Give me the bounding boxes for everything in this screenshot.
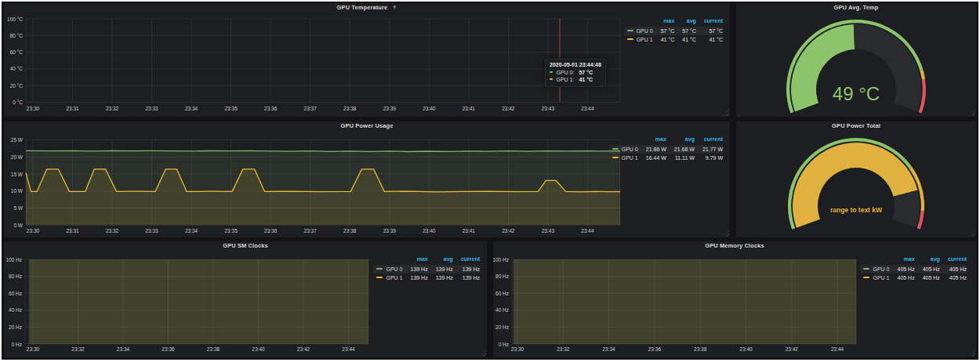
panel-gpu-sm-clocks: GPU SM Clocks 0 Hz20 Hz40 Hz60 Hz80 Hz10… xyxy=(4,241,487,357)
legend-value: 405 Hz xyxy=(890,265,915,274)
series-color-swatch xyxy=(612,148,619,150)
legend-header-avg[interactable]: avg xyxy=(428,255,453,265)
legend-value: 139 Hz xyxy=(453,273,480,283)
y-tick-label: 100 Hz xyxy=(493,257,509,262)
gpu-temperature-chart[interactable]: 0 °C20 °C40 °C60 °C80 °C100 °C23:3023:31… xyxy=(4,3,730,117)
gpu-power-total-gauge xyxy=(736,121,976,237)
legend-header-avg[interactable]: avg xyxy=(666,135,695,145)
x-tick-label: 23:30 xyxy=(511,346,524,352)
y-tick-label: 0 °C xyxy=(13,100,23,105)
panel-gpu-power-usage: GPU Power Usage 0 W5 W10 W15 W20 W25 W23… xyxy=(4,121,730,237)
y-tick-label: 40 Hz xyxy=(495,307,509,313)
legend-value: 405 Hz xyxy=(915,273,940,283)
x-tick-label: 23:40 xyxy=(739,346,753,352)
x-tick-label: 23:37 xyxy=(304,228,318,233)
legend-value: 139 Hz xyxy=(403,265,428,274)
y-tick-label: 20 Hz xyxy=(495,324,509,330)
x-tick-label: 23:43 xyxy=(542,228,555,233)
y-tick-label: 0 Hz xyxy=(12,342,22,347)
x-tick-label: 23:37 xyxy=(304,106,318,111)
x-tick-label: 23:44 xyxy=(581,228,594,233)
x-tick-label: 23:34 xyxy=(117,346,130,352)
legend-value: 21.77 W xyxy=(695,145,723,154)
x-tick-label: 23:38 xyxy=(343,106,357,111)
legend-header-current[interactable]: current xyxy=(695,135,723,145)
series-color-swatch xyxy=(612,157,619,158)
x-tick-label: 23:32 xyxy=(557,346,570,352)
legend-series-gpu1[interactable]: GPU 1 xyxy=(860,273,889,283)
legend-header-avg[interactable]: avg xyxy=(915,255,940,265)
x-tick-label: 23:42 xyxy=(297,346,310,352)
x-tick-label: 23:40 xyxy=(252,346,265,352)
x-tick-label: 23:35 xyxy=(225,106,238,111)
legend-series-gpu1[interactable]: GPU 1 xyxy=(373,273,402,283)
gauge-value-text: 49 °C xyxy=(736,85,976,103)
x-tick-label: 23:38 xyxy=(343,228,357,233)
y-tick-label: 25 W xyxy=(11,137,24,143)
legend-header-current[interactable]: current xyxy=(453,255,480,265)
x-tick-label: 23:30 xyxy=(27,346,40,352)
legend-header-max[interactable]: max xyxy=(403,255,428,265)
y-tick-label: 5 W xyxy=(13,205,23,211)
x-tick-label: 23:31 xyxy=(66,106,79,111)
panel-gpu-avg-temp: GPU Avg. Temp 49 °C xyxy=(736,3,976,117)
legend-header-current[interactable]: current xyxy=(940,255,967,265)
legend-header-current[interactable]: current xyxy=(696,16,723,27)
legend-header-max[interactable]: max xyxy=(890,255,915,265)
x-tick-label: 23:36 xyxy=(264,228,278,233)
y-tick-label: 20 Hz xyxy=(9,324,22,330)
x-tick-label: 23:43 xyxy=(542,106,555,111)
legend-series-gpu1[interactable]: GPU 1 xyxy=(609,154,638,163)
x-tick-label: 23:30 xyxy=(27,228,40,233)
legend-value: 21.86 W xyxy=(638,145,666,154)
panel-gpu-memory-clocks: GPU Memory Clocks 0 Hz20 Hz40 Hz60 Hz80 … xyxy=(493,241,976,357)
y-tick-label: 60 Hz xyxy=(9,291,22,296)
legend-value: 9.79 W xyxy=(695,154,723,163)
legend-header-avg[interactable]: avg xyxy=(674,16,696,27)
x-tick-label: 23:44 xyxy=(831,346,844,352)
y-tick-label: 100 °C xyxy=(7,16,23,22)
x-tick-label: 23:30 xyxy=(27,106,40,111)
legend-header-max[interactable]: max xyxy=(653,16,675,27)
x-tick-label: 23:44 xyxy=(581,106,594,111)
y-tick-label: 10 W xyxy=(11,188,24,194)
x-tick-label: 23:36 xyxy=(264,106,278,111)
y-tick-label: 40 °C xyxy=(10,66,24,71)
y-tick-label: 60 °C xyxy=(10,49,24,55)
panel-gpu-power-total: GPU Power Total range to text kW xyxy=(736,121,976,237)
x-tick-label: 23:36 xyxy=(648,346,662,352)
y-tick-label: 0 Hz xyxy=(499,342,509,347)
legend-series-gpu0[interactable]: GPU 0 xyxy=(624,27,653,36)
legend-value: 139 Hz xyxy=(428,273,453,283)
x-tick-label: 23:34 xyxy=(185,228,198,233)
legend-series-gpu0[interactable]: GPU 0 xyxy=(860,265,889,274)
y-tick-label: 100 Hz xyxy=(5,257,22,262)
series-color-swatch xyxy=(550,78,553,80)
series-color-swatch xyxy=(627,30,633,31)
x-tick-label: 23:33 xyxy=(145,228,158,233)
y-tick-label: 20 °C xyxy=(10,83,24,89)
legend-series-gpu1[interactable]: GPU 1 xyxy=(624,35,653,45)
y-tick-label: 15 W xyxy=(11,172,24,177)
legend-value: 57 °C xyxy=(674,27,696,36)
legend-value: 405 Hz xyxy=(915,265,940,274)
panel-gpu-temperature: GPU Temperature▼ 0 °C20 °C40 °C60 °C80 °… xyxy=(4,3,730,117)
legend-value: 16.44 W xyxy=(638,154,666,163)
x-tick-label: 23:32 xyxy=(106,106,119,111)
legend-series-gpu0[interactable]: GPU 0 xyxy=(609,145,638,154)
legend-series-gpu0[interactable]: GPU 0 xyxy=(373,265,402,274)
x-tick-label: 23:39 xyxy=(383,106,397,111)
gauge-value-text: range to text kW xyxy=(736,206,976,214)
x-tick-label: 23:44 xyxy=(342,346,355,352)
series-area-fill xyxy=(29,259,368,344)
x-tick-label: 23:35 xyxy=(225,228,238,233)
legend-value: 41 °C xyxy=(653,35,675,45)
graph-tooltip: 2020-05-01 23:44:48 GPU 0: 57 °C GPU 1: … xyxy=(545,59,606,87)
legend-value: 41 °C xyxy=(696,35,723,45)
x-tick-label: 23:40 xyxy=(423,106,436,111)
legend-header-max[interactable]: max xyxy=(638,135,666,145)
tooltip-timestamp: 2020-05-01 23:44:48 xyxy=(550,62,601,69)
legend-value: 405 Hz xyxy=(940,265,967,274)
x-tick-label: 23:36 xyxy=(162,346,175,352)
legend-value: 57 °C xyxy=(696,27,723,36)
